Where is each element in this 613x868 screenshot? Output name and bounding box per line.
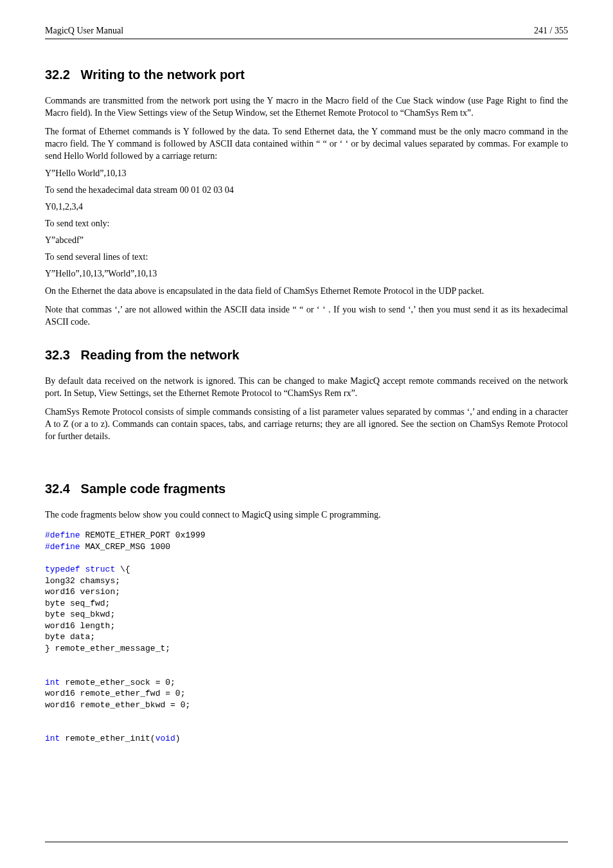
- paragraph: Note that commas ‘,’ are not allowed wit…: [45, 304, 568, 329]
- code-text: word16 length;: [45, 621, 115, 631]
- header-right: 241 / 355: [534, 26, 568, 36]
- page-header: MagicQ User Manual 241 / 355: [45, 26, 568, 39]
- code-keyword: #define: [45, 542, 80, 552]
- code-text: \{: [115, 565, 130, 574]
- code-text: remote_ether_sock = 0;: [60, 678, 175, 687]
- code-text: remote_ether_init(: [60, 734, 155, 743]
- section-number: 32.4: [45, 482, 70, 496]
- paragraph: By default data received on the network …: [45, 375, 568, 400]
- code-text: byte seq_bkwd;: [45, 610, 115, 619]
- code-text: } remote_ether_message_t;: [45, 644, 170, 653]
- code-line: Y”abcedf”: [45, 235, 568, 246]
- code-keyword: int: [45, 678, 60, 687]
- paragraph: To send text only:: [45, 219, 568, 229]
- code-text: REMOTE_ETHER_PORT 0x1999: [80, 530, 206, 540]
- paragraph: To send the hexadecimal data stream 00 0…: [45, 185, 568, 195]
- code-keyword: typedef struct: [45, 565, 115, 574]
- code-keyword: void: [155, 734, 175, 743]
- code-keyword: #define: [45, 530, 80, 540]
- section-title: Reading from the network: [81, 348, 240, 362]
- code-line: Y0,1,2,3,4: [45, 202, 568, 212]
- page-container: MagicQ User Manual 241 / 355 32.2 Writin…: [0, 0, 613, 868]
- code-text: byte seq_fwd;: [45, 599, 110, 608]
- section-32-2-heading: 32.2 Writing to the network port: [45, 68, 568, 82]
- section-number: 32.3: [45, 348, 70, 362]
- paragraph: On the Ethernet the data above is encaps…: [45, 285, 568, 298]
- paragraph: Commands are transmitted from the networ…: [45, 95, 568, 120]
- code-text: byte data;: [45, 632, 95, 642]
- code-block: #define REMOTE_ETHER_PORT 0x1999 #define…: [45, 530, 568, 744]
- code-line: Y”Hello”,10,13,”World”,10,13: [45, 269, 568, 279]
- code-text: long32 chamsys;: [45, 576, 120, 586]
- header-left: MagicQ User Manual: [45, 26, 123, 36]
- section-32-4-heading: 32.4 Sample code fragments: [45, 482, 568, 496]
- code-text: ): [175, 734, 181, 743]
- section-title: Sample code fragments: [81, 482, 226, 496]
- code-text: word16 remote_ether_fwd = 0;: [45, 689, 185, 698]
- footer-rule: [45, 842, 568, 842]
- code-text: word16 remote_ether_bkwd = 0;: [45, 700, 190, 710]
- paragraph: ChamSys Remote Protocol consists of simp…: [45, 406, 568, 443]
- paragraph: The code fragments below show you could …: [45, 509, 568, 521]
- code-keyword: int: [45, 734, 60, 743]
- code-line: Y”Hello World”,10,13: [45, 168, 568, 179]
- code-text: word16 version;: [45, 587, 120, 597]
- code-text: MAX_CREP_MSG 1000: [80, 542, 170, 552]
- section-32-3-heading: 32.3 Reading from the network: [45, 348, 568, 363]
- section-number: 32.2: [45, 68, 70, 82]
- paragraph: The format of Ethernet commands is Y fol…: [45, 126, 568, 163]
- section-title: Writing to the network port: [81, 68, 245, 82]
- paragraph: To send several lines of text:: [45, 252, 568, 262]
